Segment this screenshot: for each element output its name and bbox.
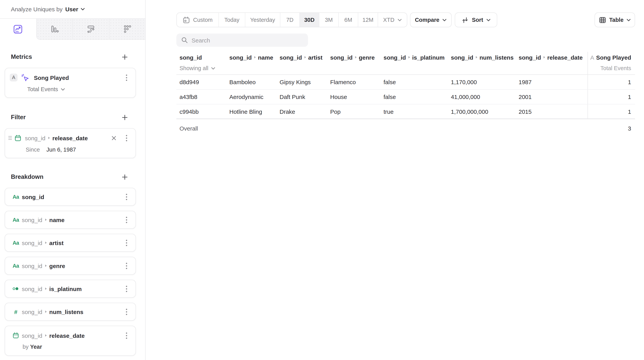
breakdown-property: genre: [49, 262, 65, 269]
sort-button[interactable]: Sort: [455, 13, 497, 27]
kebab-menu-icon[interactable]: [123, 74, 130, 81]
column-header-name[interactable]: song_idname: [226, 52, 276, 74]
tab-funnel[interactable]: [109, 19, 145, 40]
date-range-label: 12M: [362, 17, 374, 23]
analysis-unit-value: User: [65, 6, 78, 13]
filter-item[interactable]: song_id release_date Since Jun 6, 1987: [5, 128, 136, 158]
date-range-today[interactable]: Today: [218, 13, 245, 27]
date-range-6m[interactable]: 6M: [338, 13, 358, 27]
breakdown-item-is_platinum[interactable]: song_idis_platinum: [5, 280, 136, 298]
breakdown-parent: song_id: [22, 193, 44, 200]
breakdown-row: #song_idnum_listens: [12, 307, 130, 317]
breakdown-property: is_platinum: [49, 285, 82, 292]
date-range-xtd[interactable]: XTD: [378, 13, 407, 27]
column-header-release_date[interactable]: song_idrelease_date: [516, 52, 588, 74]
date-range-7d[interactable]: 7D: [280, 13, 300, 27]
column-parent: song_id: [519, 54, 541, 62]
breakdown-item-num_listens[interactable]: #song_idnum_listens: [5, 303, 136, 321]
date-range-3m[interactable]: 3M: [319, 13, 338, 27]
breakdown-row: Aasong_idartist: [12, 238, 130, 248]
table-row[interactable]: a43fb8AerodynamicDaft PunkHousefalse41,0…: [176, 90, 635, 104]
app-window: Analyze Uniques by User Metrics A Song P…: [0, 0, 644, 360]
text-icon: Aa: [12, 194, 19, 200]
search-input[interactable]: [192, 37, 303, 44]
table-cell: Bamboleo: [226, 79, 276, 85]
add-metric-button[interactable]: [120, 53, 129, 61]
add-breakdown-button[interactable]: [120, 173, 129, 181]
tab-insights[interactable]: [0, 19, 36, 40]
date-range-yesterday[interactable]: Yesterday: [245, 13, 280, 27]
table-search[interactable]: [176, 34, 308, 47]
column-header-song_id[interactable]: song_idShowing all: [176, 52, 226, 74]
query-builder-sidebar: Analyze Uniques by User Metrics A Song P…: [0, 0, 146, 360]
column-property: num_listens: [480, 54, 514, 62]
aggregation-dropdown[interactable]: Total Events: [27, 86, 65, 92]
view-type-button[interactable]: Table: [594, 13, 635, 27]
remove-filter-icon[interactable]: [111, 135, 116, 140]
metric-subtitle: Total Events: [588, 64, 631, 72]
table-cell: Flamenco: [327, 79, 380, 85]
metric-event-name: Song Played: [34, 74, 69, 81]
add-filter-button[interactable]: [120, 113, 129, 122]
breakdown-title: Breakdown: [11, 173, 44, 180]
kebab-menu-icon[interactable]: [123, 308, 130, 315]
kebab-menu-icon[interactable]: [123, 239, 130, 246]
breakdown-item-release_date[interactable]: song_idrelease_dateby Year: [5, 326, 136, 356]
kebab-menu-icon[interactable]: [123, 216, 130, 223]
kebab-menu-icon[interactable]: [123, 262, 130, 269]
overall-label: Overall: [176, 125, 588, 132]
tab-flows[interactable]: [72, 19, 109, 40]
filter-operator[interactable]: Since: [26, 147, 40, 153]
metrics-title: Metrics: [11, 53, 32, 60]
column-header-num_listens[interactable]: song_idnum_listens: [448, 52, 516, 74]
kebab-menu-icon[interactable]: [123, 135, 130, 141]
filter-value[interactable]: Jun 6, 1987: [46, 147, 76, 153]
tab-bar-chart[interactable]: [36, 19, 72, 40]
property-caret-icon: [45, 334, 46, 337]
kebab-menu-icon[interactable]: [123, 332, 130, 339]
date-range-12m[interactable]: 12M: [358, 13, 378, 27]
compare-button[interactable]: Compare: [410, 13, 452, 27]
table-row[interactable]: d8d949BamboleoGipsy KingsFlamencofalse1,…: [176, 75, 635, 90]
column-header-artist[interactable]: song_idartist: [276, 52, 327, 74]
showing-all-label: Showing all: [180, 64, 208, 72]
filter-title: Filter: [11, 114, 26, 121]
breakdown-parent: song_id: [22, 332, 42, 339]
breakdown-item-genre[interactable]: Aasong_idgenre: [5, 257, 136, 275]
breakdown-item-artist[interactable]: Aasong_idartist: [5, 234, 136, 252]
kebab-menu-icon[interactable]: [123, 193, 130, 200]
metric-item[interactable]: A Song Played Total Events: [5, 68, 136, 98]
kebab-menu-icon[interactable]: [123, 285, 130, 292]
date-range-custom[interactable]: Custom: [177, 13, 218, 27]
column-property: name: [258, 54, 273, 62]
breakdown-item-song_id[interactable]: Aasong_id: [5, 188, 136, 206]
chevron-down-icon: [627, 19, 631, 21]
table-cell: 1,170,000: [448, 79, 516, 85]
table-cell: false: [380, 94, 448, 100]
table-cell: Pop: [327, 108, 380, 115]
table-cell: Gipsy Kings: [276, 79, 327, 85]
modifier-prefix: by: [22, 344, 28, 350]
property-caret-icon: [408, 56, 410, 59]
breakdown-parent: song_id: [22, 285, 42, 292]
number-icon: #: [12, 308, 19, 315]
analysis-header: Analyze Uniques by User: [0, 0, 145, 18]
metric-column-header[interactable]: ASong Played Total Events: [588, 52, 635, 74]
column-header-is_platinum[interactable]: song_idis_platinum: [380, 52, 448, 74]
filter-parent-property: song_id: [25, 135, 45, 141]
breakdown-item-name[interactable]: Aasong_idname: [5, 211, 136, 229]
breakdown-modifier[interactable]: by Year: [22, 344, 130, 350]
drag-handle-icon[interactable]: [8, 136, 12, 140]
showing-all-dropdown[interactable]: Showing all: [180, 64, 215, 72]
property-caret-icon: [254, 56, 256, 59]
table-cell: 2001: [516, 94, 588, 100]
chevron-down-icon: [80, 8, 85, 11]
table-row[interactable]: c994bbHotline BlingDrakePoptrue1,700,000…: [176, 104, 635, 119]
column-header-genre[interactable]: song_idgenre: [327, 52, 380, 74]
analysis-unit-dropdown[interactable]: User: [65, 6, 85, 13]
filter-section-header: Filter: [11, 113, 129, 122]
column-parent: song_id: [229, 54, 252, 62]
breakdown-row: Aasong_id: [12, 192, 130, 202]
metric-row: A Song Played: [10, 73, 130, 83]
date-range-30d[interactable]: 30D: [300, 13, 319, 27]
